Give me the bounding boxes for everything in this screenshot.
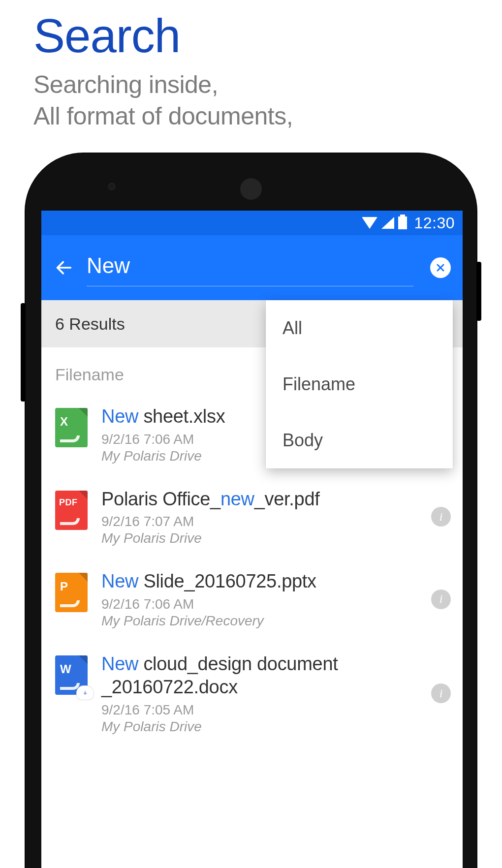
file-date: 9/2/16 7:05 AM xyxy=(101,702,417,718)
wifi-icon xyxy=(362,217,377,229)
file-meta: New cloud_design document _20160722.docx… xyxy=(101,652,417,735)
battery-icon xyxy=(398,217,407,229)
file-title: New Slide_20160725.pptx xyxy=(101,570,417,593)
file-item[interactable]: WNew cloud_design document _20160722.doc… xyxy=(41,641,463,746)
file-location: My Polaris Drive xyxy=(101,530,417,546)
filter-option-filename[interactable]: Filename xyxy=(266,356,453,412)
search-app-bar xyxy=(41,235,463,300)
file-meta: Polaris Office_new_ver.pdf9/2/16 7:07 AM… xyxy=(101,488,417,547)
file-date: 9/2/16 7:07 AM xyxy=(101,514,417,529)
file-location: My Polaris Drive/Recovery xyxy=(101,613,417,629)
pptx-file-icon: P xyxy=(55,573,88,612)
file-info-button[interactable]: i xyxy=(431,589,451,609)
phone-sensor xyxy=(108,183,115,190)
file-info-button[interactable]: i xyxy=(431,683,451,703)
filter-dropdown[interactable]: AllFilenameBody xyxy=(266,300,453,468)
status-bar: 12:30 xyxy=(41,211,463,235)
clear-search-button[interactable] xyxy=(430,257,451,278)
file-title: New cloud_design document _20160722.docx xyxy=(101,652,417,699)
back-button[interactable] xyxy=(53,257,75,279)
promo-subtitle: Searching inside, All format of document… xyxy=(33,69,502,132)
promo-line2: All format of documents, xyxy=(33,100,502,132)
pdf-file-icon: PDF xyxy=(55,491,88,530)
file-item[interactable]: PDFPolaris Office_new_ver.pdf9/2/16 7:07… xyxy=(41,476,463,558)
xlsx-file-icon: X xyxy=(55,408,88,447)
promo-title: Search xyxy=(33,9,502,63)
cell-signal-icon xyxy=(381,217,394,229)
close-icon xyxy=(435,262,446,274)
results-count: 6 Results xyxy=(55,314,125,334)
cloud-download-icon xyxy=(77,686,94,700)
file-date: 9/2/16 7:06 AM xyxy=(101,596,417,612)
file-location: My Polaris Drive xyxy=(101,719,417,735)
file-info-button[interactable]: i xyxy=(431,507,451,527)
file-meta: New Slide_20160725.pptx9/2/16 7:06 AMMy … xyxy=(101,570,417,629)
search-input[interactable] xyxy=(87,249,413,286)
phone-camera xyxy=(240,178,262,200)
filter-option-all[interactable]: All xyxy=(266,300,453,356)
arrow-left-icon xyxy=(54,258,74,278)
filter-option-body[interactable]: Body xyxy=(266,412,453,468)
promo-line1: Searching inside, xyxy=(33,69,502,100)
volume-button xyxy=(21,303,26,402)
power-button xyxy=(476,262,481,321)
file-item[interactable]: PNew Slide_20160725.pptx9/2/16 7:06 AMMy… xyxy=(41,558,463,641)
clock: 12:30 xyxy=(414,214,455,232)
docx-file-icon: W xyxy=(55,655,88,695)
search-field[interactable] xyxy=(87,249,413,286)
phone-screen: 12:30 6 Results Filename XNew sheet.xlsx… xyxy=(41,211,463,868)
phone-frame: 12:30 6 Results Filename XNew sheet.xlsx… xyxy=(25,153,477,868)
file-title: Polaris Office_new_ver.pdf xyxy=(101,488,417,511)
